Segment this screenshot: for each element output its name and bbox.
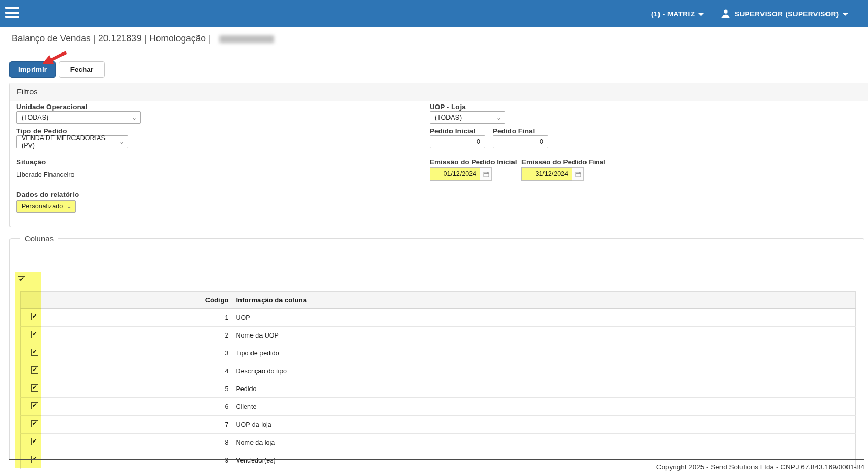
- user-menu[interactable]: SUPERVISOR (SUPERVISOR): [720, 0, 848, 27]
- codigo-cell: 9: [48, 451, 232, 469]
- codigo-cell: 7: [48, 416, 232, 434]
- filters-right-column: UOP - Loja (TODAS) ⌄ Pedido Inicial Pedi…: [430, 101, 650, 227]
- tipo-de-pedido-select[interactable]: VENDA DE MERCADORIAS (PV) ⌄: [16, 135, 128, 148]
- emissao-pedido-inicial-field: 01/12/2024: [430, 167, 492, 181]
- row-checkbox[interactable]: [31, 349, 38, 356]
- row-checkbox[interactable]: [31, 438, 38, 445]
- informacao-cell: Nome da loja: [232, 434, 856, 451]
- informacao-cell: Tipo de pedido: [232, 344, 856, 362]
- pedido-inicial-input[interactable]: 0: [430, 135, 485, 148]
- user-icon: [720, 8, 731, 19]
- colunas-table-body: 1 UOP 2 Nome da UOP 3 Tipo de pedido 4 D…: [21, 309, 856, 469]
- filtros-panel: Filtros Unidade Operacional (TODAS) ⌄ Ti…: [9, 83, 868, 227]
- pedido-final-label: Pedido Final: [493, 127, 535, 135]
- informacao-cell: Cliente: [232, 398, 856, 416]
- imprimir-button[interactable]: Imprimir: [9, 61, 56, 78]
- fechar-button[interactable]: Fechar: [59, 61, 105, 78]
- situacao-label: Situação: [16, 158, 46, 166]
- chevron-down-icon: ⌄: [119, 138, 124, 145]
- informacao-column-header: Informação da coluna: [232, 292, 856, 309]
- emissao-pedido-final-label: Emissão do Pedido Final: [521, 158, 605, 166]
- row-checkbox[interactable]: [31, 402, 38, 409]
- calendar-button[interactable]: [480, 167, 492, 181]
- top-navigation-bar: (1) - MATRIZ SUPERVISOR (SUPERVISOR): [0, 0, 868, 27]
- dados-do-relatorio-value: Personalizado: [22, 203, 63, 210]
- checkbox-column-header: [21, 292, 48, 309]
- calendar-button[interactable]: [572, 167, 584, 181]
- situacao-value: Liberado Financeiro: [16, 171, 75, 178]
- unidade-operacional-label: Unidade Operacional: [16, 103, 87, 111]
- table-row: 4 Descrição do tipo: [21, 362, 856, 380]
- breadcrumb-text: Balanço de Vendas | 20.121839 | Homologa…: [12, 33, 211, 44]
- footer-divider: [9, 459, 864, 460]
- emissao-pedido-final-input[interactable]: 31/12/2024: [521, 167, 572, 181]
- informacao-cell: UOP: [232, 309, 856, 327]
- table-row: 3 Tipo de pedido: [21, 344, 856, 362]
- filtros-panel-body: Unidade Operacional (TODAS) ⌄ Tipo de Pe…: [10, 101, 868, 227]
- dados-do-relatorio-label: Dados do relatório: [16, 191, 79, 198]
- tipo-de-pedido-label: Tipo de Pedido: [16, 127, 67, 135]
- table-row: 8 Nome da loja: [21, 434, 856, 451]
- chevron-down-icon: [698, 13, 704, 16]
- codigo-column-header: Código: [48, 292, 232, 309]
- pedido-inicial-label: Pedido Inicial: [430, 127, 475, 135]
- codigo-cell: 6: [48, 398, 232, 416]
- dados-do-relatorio-select[interactable]: Personalizado ⌄: [16, 200, 76, 213]
- table-row: 7 UOP da loja: [21, 416, 856, 434]
- table-row: 6 Cliente: [21, 398, 856, 416]
- colunas-table: Código Informação da coluna 1 UOP 2 Nome…: [20, 291, 856, 469]
- emissao-pedido-inicial-input[interactable]: 01/12/2024: [430, 167, 480, 181]
- table-row: 2 Nome da UOP: [21, 327, 856, 344]
- branch-selector[interactable]: (1) - MATRIZ: [651, 0, 704, 27]
- informacao-cell: Pedido: [232, 380, 856, 398]
- colunas-fieldset: Colunas Código Informação da coluna 1 UO…: [9, 234, 864, 459]
- table-row: 1 UOP: [21, 309, 856, 327]
- calendar-icon: [483, 171, 489, 177]
- informacao-cell: Descrição do tipo: [232, 362, 856, 380]
- codigo-cell: 4: [48, 362, 232, 380]
- pedido-final-input[interactable]: 0: [493, 135, 548, 148]
- row-checkbox[interactable]: [31, 331, 38, 338]
- user-label: SUPERVISOR (SUPERVISOR): [735, 10, 839, 18]
- breadcrumb-bar: Balanço de Vendas | 20.121839 | Homologa…: [0, 27, 868, 50]
- tipo-de-pedido-value: VENDA DE MERCADORIAS (PV): [22, 134, 117, 149]
- table-header-row: Código Informação da coluna: [21, 292, 856, 309]
- uop-loja-value: (TODAS): [435, 114, 462, 121]
- breadcrumb: Balanço de Vendas | 20.121839 | Homologa…: [12, 27, 274, 50]
- select-all-checkbox[interactable]: [18, 276, 25, 283]
- informacao-cell: UOP da loja: [232, 416, 856, 434]
- chevron-down-icon: ⌄: [132, 114, 137, 121]
- table-row: 5 Pedido: [21, 380, 856, 398]
- row-checkbox[interactable]: [31, 384, 38, 392]
- row-checkbox[interactable]: [31, 313, 38, 320]
- uop-loja-select[interactable]: (TODAS) ⌄: [430, 111, 505, 124]
- codigo-cell: 5: [48, 380, 232, 398]
- calendar-icon: [575, 171, 581, 177]
- chevron-down-icon: ⌄: [67, 203, 72, 210]
- chevron-down-icon: ⌄: [496, 114, 501, 121]
- filtros-panel-title: Filtros: [10, 83, 868, 101]
- hamburger-menu-icon[interactable]: [5, 7, 20, 20]
- chevron-down-icon: [843, 13, 848, 16]
- informacao-cell: Nome da UOP: [232, 327, 856, 344]
- emissao-pedido-final-field: 31/12/2024: [521, 167, 584, 181]
- codigo-cell: 3: [48, 344, 232, 362]
- codigo-cell: 2: [48, 327, 232, 344]
- unidade-operacional-select[interactable]: (TODAS) ⌄: [16, 111, 141, 124]
- codigo-cell: 8: [48, 434, 232, 451]
- row-checkbox[interactable]: [31, 366, 38, 374]
- branch-label: (1) - MATRIZ: [651, 10, 695, 18]
- uop-loja-label: UOP - Loja: [430, 103, 466, 111]
- footer-copyright: Copyright 2025 - Send Solutions Ltda - C…: [473, 463, 864, 471]
- codigo-cell: 1: [48, 309, 232, 327]
- row-checkbox[interactable]: [31, 420, 38, 427]
- unidade-operacional-value: (TODAS): [22, 114, 48, 121]
- emissao-pedido-inicial-label: Emissão do Pedido Inicial: [430, 158, 517, 166]
- colunas-legend: Colunas: [20, 234, 58, 243]
- redacted-text: [219, 35, 274, 43]
